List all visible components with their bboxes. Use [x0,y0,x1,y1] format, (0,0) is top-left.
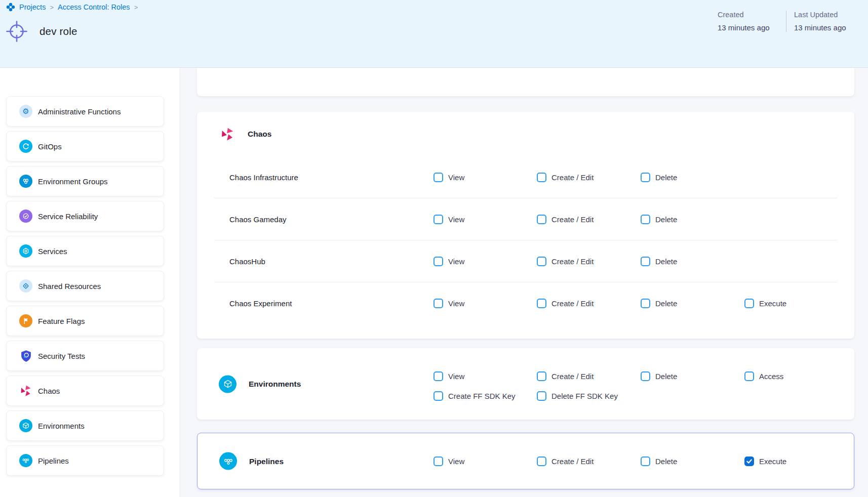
permission-view[interactable]: View [433,257,537,266]
chaos-card-header: Chaos [197,112,854,156]
module-title: Chaos [248,130,271,139]
sidebar-item-gitops[interactable]: GitOps [6,131,164,161]
permission-label: View [448,215,464,224]
checkbox[interactable] [537,299,546,308]
checkbox[interactable] [641,257,650,266]
sidebar-item-label: Environments [38,422,85,430]
sidebar-item-shared-resources[interactable]: Shared Resources [6,271,164,301]
services-icon [19,244,32,258]
checkbox[interactable] [537,457,546,466]
environments-module-header: Environments [219,375,301,393]
permission-delete-ff-sdk-key[interactable]: Delete FF SDK Key [537,391,641,401]
sidebar-item-environments[interactable]: Environments [6,410,164,441]
sidebar-item-label: Pipelines [38,457,69,465]
chaos-pinwheel-icon [19,384,32,397]
checkbox[interactable] [433,215,443,224]
permission-create-edit[interactable]: Create / Edit [537,173,641,182]
permission-view[interactable]: View [433,173,537,182]
permission-view[interactable]: View [433,299,537,308]
checkbox[interactable] [641,457,650,466]
pipelines-module-header: Pipelines [219,452,284,470]
sidebar-item-chaos[interactable]: Chaos [6,376,164,406]
permission-label: Delete [655,372,677,381]
checkbox[interactable] [433,299,443,308]
resource-label: Chaos Gameday [229,215,287,224]
sidebar-item-service-reliability[interactable]: Service Reliability [6,201,164,231]
permissions-panel: Chaos Chaos Infrastructure View Create /… [181,68,868,497]
sidebar-item-label: Environment Groups [38,177,108,186]
permission-delete[interactable]: Delete [641,215,744,224]
checkbox[interactable] [537,257,546,266]
permission-create-edit[interactable]: Create / Edit [537,457,641,466]
permission-delete[interactable]: Delete [641,257,744,266]
checkbox[interactable] [641,173,650,182]
permission-create-edit[interactable]: Create / Edit [537,257,641,266]
checkbox[interactable] [433,173,443,182]
permission-label: Create / Edit [551,457,594,466]
checkbox[interactable] [537,371,546,381]
permission-label: Delete FF SDK Key [551,392,618,400]
permission-view[interactable]: View [433,215,537,224]
permission-delete[interactable]: Delete [641,371,744,381]
sidebar-item-administrative-functions[interactable]: ⚙ Administrative Functions [6,96,164,127]
sidebar-item-feature-flags[interactable]: Feature Flags [6,306,164,336]
last-updated-value: 13 minutes ago [794,23,868,32]
checkbox[interactable] [433,391,443,401]
gitops-icon [19,140,32,153]
breadcrumb-projects[interactable]: Projects [19,3,46,11]
environments-cube-icon [219,375,236,393]
permission-label: View [448,173,464,182]
shared-resources-icon [19,279,32,293]
resource-category-sidebar: ⚙ Administrative Functions GitOps Enviro… [0,68,180,497]
permission-label: Create / Edit [551,372,594,381]
permission-label: Delete [655,173,677,182]
permission-create-edit[interactable]: Create / Edit [537,215,641,224]
sidebar-item-security-tests[interactable]: Security Tests [6,341,164,371]
permission-create-edit[interactable]: Create / Edit [537,371,641,381]
gear-icon: ⚙ [19,105,32,118]
sidebar-item-environment-groups[interactable]: Environment Groups [6,166,164,196]
environments-permissions-card: Environments View Create / Edit Delete [197,348,854,420]
sidebar-item-services[interactable]: Services [6,236,164,266]
last-updated-label: Last Updated [794,11,868,19]
sidebar-item-label: GitOps [38,142,62,151]
checkbox[interactable] [433,457,443,466]
checkbox[interactable] [641,299,650,308]
checkbox[interactable] [433,371,443,381]
checkbox[interactable] [744,371,754,381]
checkbox[interactable] [744,299,754,308]
checkbox[interactable] [537,391,546,401]
permission-create-ff-sdk-key[interactable]: Create FF SDK Key [433,391,537,401]
sidebar-item-pipelines[interactable]: Pipelines [6,445,164,476]
resource-label: Chaos Experiment [229,299,292,308]
permission-label: Access [759,372,783,381]
role-meta: Created 13 minutes ago Last Updated 13 m… [718,11,868,32]
checkbox[interactable] [537,215,546,224]
permission-execute[interactable]: Execute [744,457,786,466]
sidebar-item-label: Feature Flags [38,317,85,325]
permission-label: Delete [655,457,677,466]
checkbox[interactable] [537,173,546,182]
permission-create-edit[interactable]: Create / Edit [537,299,641,308]
permission-label: Execute [759,457,786,466]
permission-access[interactable]: Access [744,371,783,381]
pipelines-chain-icon [19,454,32,467]
permission-label: Delete [655,215,677,224]
pipelines-permissions: View Create / Edit Delete Execute [433,433,786,489]
checkbox[interactable] [433,257,443,266]
chaos-permissions-card: Chaos Chaos Infrastructure View Create /… [197,112,854,339]
permission-label: View [448,257,464,266]
permission-row-chaoshub: ChaosHub View Create / Edit Delete [197,240,854,282]
permission-label: View [448,457,464,466]
permission-view[interactable]: View [433,371,537,381]
checkbox[interactable] [744,457,754,466]
breadcrumb-roles[interactable]: Access Control: Roles [58,3,130,11]
checkbox[interactable] [641,371,650,381]
permission-view[interactable]: View [433,457,537,466]
permission-delete[interactable]: Delete [641,173,744,182]
permission-delete[interactable]: Delete [641,299,744,308]
permission-execute[interactable]: Execute [744,299,854,308]
checkbox[interactable] [641,215,650,224]
permission-label: Delete [655,257,677,266]
permission-delete[interactable]: Delete [641,457,744,466]
